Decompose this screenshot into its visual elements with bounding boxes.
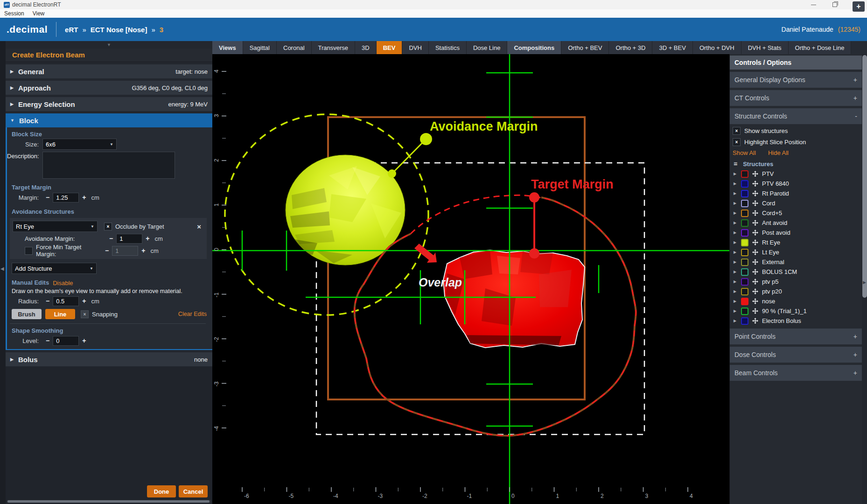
add-structure-select[interactable]: Add Structure ▼: [12, 263, 97, 274]
structure-row-ptv[interactable]: ▶PTV: [730, 169, 862, 179]
avoidance-margin-increment[interactable]: +: [142, 235, 153, 242]
show-structures-checkbox[interactable]: ×: [733, 127, 741, 135]
group-ct-controls[interactable]: CT Controls+: [730, 90, 862, 106]
tab-3d[interactable]: 3D: [355, 41, 377, 54]
structure-color-swatch[interactable]: [741, 190, 748, 197]
block-size-select[interactable]: 6x6 ▼: [42, 139, 117, 150]
section-block[interactable]: ▼ Block: [6, 113, 212, 127]
margin-decrement-button[interactable]: −: [42, 194, 53, 201]
restore-button[interactable]: [824, 0, 846, 9]
expand-toggle-icon[interactable]: +: [853, 333, 857, 340]
radius-decrement[interactable]: −: [42, 297, 53, 305]
minimize-button[interactable]: [803, 0, 824, 9]
tab-coronal[interactable]: Coronal: [277, 41, 312, 54]
structure-color-swatch[interactable]: [741, 259, 748, 266]
avoidance-margin-input[interactable]: 1: [116, 234, 142, 244]
structure-color-swatch[interactable]: [741, 278, 748, 286]
structure-color-swatch[interactable]: [741, 308, 748, 315]
line-button[interactable]: Line: [45, 309, 75, 319]
avoidance-margin-decrement[interactable]: −: [106, 235, 116, 242]
structure-row-ptv-6840[interactable]: ▶PTV 6840: [730, 179, 862, 189]
tab-dose-line[interactable]: Dose Line: [467, 41, 508, 54]
structure-row-electron-bolus[interactable]: ▶Electron Bolus: [730, 316, 862, 326]
manual-edits-disable-link[interactable]: Disable: [53, 280, 73, 287]
group-dose-controls[interactable]: Dose Controls+: [730, 347, 862, 363]
structure-row-rt-eye[interactable]: ▶Rt Eye: [730, 238, 862, 247]
right-panel-scrollbar[interactable]: ▶: [862, 54, 867, 504]
tab-ortho-bev[interactable]: Ortho + BEV: [561, 41, 609, 54]
force-min-input[interactable]: 1: [112, 246, 138, 256]
tab-ortho-dvh[interactable]: Ortho + DVH: [693, 41, 741, 54]
structure-row-ptv-p20[interactable]: ▶ptv p20: [730, 287, 862, 296]
show-all-link[interactable]: Show All: [733, 149, 756, 156]
breadcrumb-plan[interactable]: ECT Nose [Nose]: [91, 26, 147, 34]
structure-color-swatch[interactable]: [741, 239, 748, 246]
scrollbar-thumb[interactable]: [7, 500, 210, 503]
tab-ortho-3d[interactable]: Ortho + 3D: [609, 41, 652, 54]
force-min-increment[interactable]: +: [138, 247, 148, 254]
section-general[interactable]: ▶ General target: nose: [6, 64, 212, 78]
tab-statistics[interactable]: Statistics: [429, 41, 467, 54]
level-input[interactable]: 0: [53, 336, 79, 346]
structure-row-external[interactable]: ▶External: [730, 257, 862, 267]
structure-color-swatch[interactable]: [741, 298, 748, 305]
structure-color-swatch[interactable]: [741, 317, 748, 325]
structure-color-swatch[interactable]: [741, 200, 748, 207]
structure-color-swatch[interactable]: [741, 249, 748, 256]
remove-structure-button[interactable]: ×: [197, 223, 204, 231]
group-beam-controls[interactable]: Beam Controls+: [730, 365, 862, 381]
expand-toggle-icon[interactable]: +: [853, 76, 857, 84]
tab-dvh[interactable]: DVH: [402, 41, 428, 54]
structure-row-post-avoid[interactable]: ▶Post avoid: [730, 228, 862, 238]
structure-color-swatch[interactable]: [741, 229, 748, 237]
expand-toggle-icon[interactable]: +: [853, 94, 857, 102]
force-min-decrement[interactable]: −: [102, 247, 112, 254]
structure-row-90-trial-1-1[interactable]: ▶90 % (Trial_1)_1: [730, 306, 862, 316]
level-decrement[interactable]: −: [42, 337, 53, 344]
tab-compositions[interactable]: Compositions: [507, 41, 561, 54]
group-general-display-options[interactable]: General Display Options+: [730, 72, 862, 88]
snapping-checkbox[interactable]: ×: [81, 310, 89, 318]
breadcrumb-beam[interactable]: 3: [160, 26, 163, 34]
breadcrumb-ert[interactable]: eRT: [65, 26, 78, 34]
left-collapse-strip[interactable]: ◀: [0, 41, 6, 504]
cancel-button[interactable]: Cancel: [179, 485, 208, 497]
structure-row-cord[interactable]: ▶Cord: [730, 198, 862, 208]
structure-color-swatch[interactable]: [741, 170, 748, 178]
tab-dvh-stats[interactable]: DVH + Stats: [741, 41, 789, 54]
structure-row-ptv-p5[interactable]: ▶ptv p5: [730, 277, 862, 287]
scrollbar-thumb[interactable]: [862, 55, 867, 298]
description-textarea[interactable]: [42, 152, 175, 179]
margin-input[interactable]: 1.25: [53, 193, 79, 203]
tab-sagittal[interactable]: Sagittal: [243, 41, 277, 54]
section-approach[interactable]: ▶ Approach G356 deg, C0 deg, CL0 deg: [6, 81, 212, 95]
highlight-slice-checkbox[interactable]: ×: [733, 138, 741, 146]
user-info[interactable]: Daniel Patenaude (12345): [782, 26, 867, 33]
done-button[interactable]: Done: [147, 485, 176, 497]
clear-edits-link[interactable]: Clear Edits: [178, 311, 209, 317]
section-energy[interactable]: ▶ Energy Selection energy: 9 MeV: [6, 97, 212, 111]
section-bolus[interactable]: ▶ Bolus none: [6, 352, 212, 366]
margin-increment-button[interactable]: +: [79, 194, 89, 201]
structure-row-cord-5[interactable]: ▶Cord+5: [730, 208, 862, 218]
occlude-checkbox[interactable]: ×: [104, 223, 112, 231]
brush-button[interactable]: Brush: [12, 309, 42, 319]
menu-session[interactable]: Session: [0, 10, 28, 17]
structure-color-swatch[interactable]: [741, 268, 748, 276]
bev-viewport[interactable]: Avoidance Margin Target Margin Overlap -…: [212, 54, 729, 504]
tab-bev[interactable]: BEV: [377, 41, 403, 54]
avoidance-structure-select[interactable]: Rt Eye ▼: [13, 221, 98, 232]
expand-toggle-icon[interactable]: +: [853, 351, 857, 358]
structure-color-swatch[interactable]: [741, 210, 748, 217]
structure-row-lt-eye[interactable]: ▶Lt Eye: [730, 247, 862, 257]
tab-3d-bev[interactable]: 3D + BEV: [652, 41, 692, 54]
group-point-controls[interactable]: Point Controls+: [730, 329, 862, 344]
structure-color-swatch[interactable]: [741, 180, 748, 188]
radius-input[interactable]: 0.5: [53, 296, 79, 306]
hide-all-link[interactable]: Hide All: [768, 149, 789, 156]
structure-color-swatch[interactable]: [741, 219, 748, 227]
tab-views[interactable]: Views: [212, 41, 243, 54]
structure-row-bolus-1cm[interactable]: ▶BOLUS 1CM: [730, 267, 862, 277]
structure-row-ant-avoid[interactable]: ▶Ant avoid: [730, 218, 862, 228]
add-view-button[interactable]: +: [853, 1, 865, 12]
